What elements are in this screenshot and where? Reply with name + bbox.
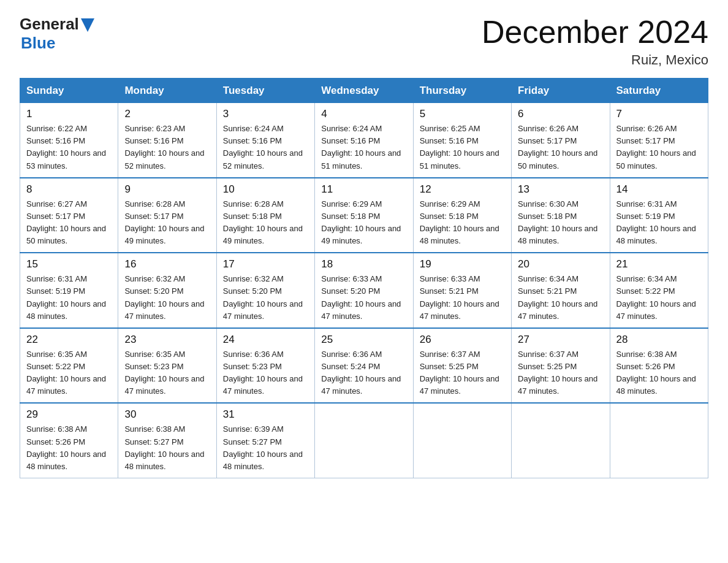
day-info: Sunrise: 6:36 AMSunset: 5:24 PMDaylight:…: [321, 348, 406, 398]
table-row: 23Sunrise: 6:35 AMSunset: 5:23 PMDayligh…: [118, 328, 216, 404]
day-number: 16: [124, 258, 210, 270]
day-info: Sunrise: 6:31 AMSunset: 5:19 PMDaylight:…: [26, 273, 112, 323]
day-info: Sunrise: 6:34 AMSunset: 5:22 PMDaylight:…: [616, 273, 702, 323]
month-title: December 2024: [482, 15, 708, 50]
svg-marker-0: [81, 18, 94, 32]
day-number: 12: [420, 183, 505, 196]
location: Ruiz, Mexico: [482, 52, 708, 68]
day-info: Sunrise: 6:23 AMSunset: 5:16 PMDaylight:…: [124, 123, 210, 172]
day-number: 9: [124, 183, 210, 196]
day-number: 25: [321, 334, 406, 346]
calendar-week-row: 29Sunrise: 6:38 AMSunset: 5:26 PMDayligh…: [20, 403, 708, 478]
day-number: 20: [518, 258, 603, 270]
table-row: 9Sunrise: 6:28 AMSunset: 5:17 PMDaylight…: [118, 178, 216, 253]
col-tuesday: Tuesday: [216, 79, 314, 103]
day-number: 19: [420, 258, 505, 270]
day-info: Sunrise: 6:32 AMSunset: 5:20 PMDaylight:…: [124, 273, 210, 323]
calendar-week-row: 22Sunrise: 6:35 AMSunset: 5:22 PMDayligh…: [20, 328, 708, 404]
table-row: 24Sunrise: 6:36 AMSunset: 5:23 PMDayligh…: [216, 328, 314, 404]
table-row: 28Sunrise: 6:38 AMSunset: 5:26 PMDayligh…: [610, 328, 708, 404]
day-info: Sunrise: 6:33 AMSunset: 5:21 PMDaylight:…: [420, 273, 505, 323]
day-info: Sunrise: 6:28 AMSunset: 5:17 PMDaylight:…: [124, 198, 210, 248]
table-row: 26Sunrise: 6:37 AMSunset: 5:25 PMDayligh…: [413, 328, 511, 404]
day-number: 31: [223, 408, 308, 421]
day-number: 30: [124, 408, 210, 421]
table-row: 25Sunrise: 6:36 AMSunset: 5:24 PMDayligh…: [315, 328, 413, 404]
day-info: Sunrise: 6:28 AMSunset: 5:18 PMDaylight:…: [223, 198, 308, 248]
day-info: Sunrise: 6:29 AMSunset: 5:18 PMDaylight:…: [321, 198, 406, 248]
table-row: [610, 403, 708, 478]
table-row: 15Sunrise: 6:31 AMSunset: 5:19 PMDayligh…: [20, 253, 118, 328]
calendar-week-row: 15Sunrise: 6:31 AMSunset: 5:19 PMDayligh…: [20, 253, 708, 328]
day-number: 4: [321, 108, 406, 120]
day-number: 22: [26, 334, 112, 346]
day-info: Sunrise: 6:39 AMSunset: 5:27 PMDaylight:…: [223, 423, 308, 473]
day-info: Sunrise: 6:37 AMSunset: 5:25 PMDaylight:…: [420, 348, 505, 398]
table-row: 22Sunrise: 6:35 AMSunset: 5:22 PMDayligh…: [20, 328, 118, 404]
col-friday: Friday: [512, 79, 610, 103]
table-row: 1Sunrise: 6:22 AMSunset: 5:16 PMDaylight…: [20, 102, 118, 178]
day-number: 8: [26, 183, 112, 196]
day-info: Sunrise: 6:26 AMSunset: 5:17 PMDaylight:…: [616, 123, 702, 172]
day-number: 1: [26, 108, 112, 120]
table-row: 31Sunrise: 6:39 AMSunset: 5:27 PMDayligh…: [216, 403, 314, 478]
day-info: Sunrise: 6:24 AMSunset: 5:16 PMDaylight:…: [223, 123, 308, 172]
table-row: [413, 403, 511, 478]
calendar-table: Sunday Monday Tuesday Wednesday Thursday…: [20, 78, 708, 478]
table-row: 29Sunrise: 6:38 AMSunset: 5:26 PMDayligh…: [20, 403, 118, 478]
table-row: 13Sunrise: 6:30 AMSunset: 5:18 PMDayligh…: [512, 178, 610, 253]
table-row: 17Sunrise: 6:32 AMSunset: 5:20 PMDayligh…: [216, 253, 314, 328]
table-row: 8Sunrise: 6:27 AMSunset: 5:17 PMDaylight…: [20, 178, 118, 253]
day-number: 11: [321, 183, 406, 196]
table-row: 14Sunrise: 6:31 AMSunset: 5:19 PMDayligh…: [610, 178, 708, 253]
day-number: 29: [26, 408, 112, 421]
table-row: 4Sunrise: 6:24 AMSunset: 5:16 PMDaylight…: [315, 102, 413, 178]
day-number: 24: [223, 334, 308, 346]
table-row: 20Sunrise: 6:34 AMSunset: 5:21 PMDayligh…: [512, 253, 610, 328]
day-number: 18: [321, 258, 406, 270]
day-number: 6: [518, 108, 603, 120]
table-row: 27Sunrise: 6:37 AMSunset: 5:25 PMDayligh…: [512, 328, 610, 404]
table-row: 3Sunrise: 6:24 AMSunset: 5:16 PMDaylight…: [216, 102, 314, 178]
col-monday: Monday: [118, 79, 216, 103]
day-info: Sunrise: 6:27 AMSunset: 5:17 PMDaylight:…: [26, 198, 112, 248]
day-number: 15: [26, 258, 112, 270]
col-saturday: Saturday: [610, 79, 708, 103]
day-number: 13: [518, 183, 603, 196]
col-wednesday: Wednesday: [315, 79, 413, 103]
day-info: Sunrise: 6:22 AMSunset: 5:16 PMDaylight:…: [26, 123, 112, 172]
page-header: General Blue December 2024 Ruiz, Mexico: [20, 15, 708, 68]
logo-triangle-icon: [81, 18, 94, 32]
logo-blue-text: Blue: [21, 34, 55, 52]
day-number: 2: [124, 108, 210, 120]
day-info: Sunrise: 6:37 AMSunset: 5:25 PMDaylight:…: [518, 348, 603, 398]
day-info: Sunrise: 6:25 AMSunset: 5:16 PMDaylight:…: [420, 123, 505, 172]
day-number: 23: [124, 334, 210, 346]
day-number: 7: [616, 108, 702, 120]
day-info: Sunrise: 6:29 AMSunset: 5:18 PMDaylight:…: [420, 198, 505, 248]
calendar-week-row: 1Sunrise: 6:22 AMSunset: 5:16 PMDaylight…: [20, 102, 708, 178]
table-row: 6Sunrise: 6:26 AMSunset: 5:17 PMDaylight…: [512, 102, 610, 178]
calendar-week-row: 8Sunrise: 6:27 AMSunset: 5:17 PMDaylight…: [20, 178, 708, 253]
table-row: [512, 403, 610, 478]
table-row: 11Sunrise: 6:29 AMSunset: 5:18 PMDayligh…: [315, 178, 413, 253]
day-info: Sunrise: 6:30 AMSunset: 5:18 PMDaylight:…: [518, 198, 603, 248]
day-number: 10: [223, 183, 308, 196]
table-row: 5Sunrise: 6:25 AMSunset: 5:16 PMDaylight…: [413, 102, 511, 178]
day-info: Sunrise: 6:33 AMSunset: 5:20 PMDaylight:…: [321, 273, 406, 323]
logo: General Blue: [20, 15, 94, 53]
table-row: 7Sunrise: 6:26 AMSunset: 5:17 PMDaylight…: [610, 102, 708, 178]
day-number: 21: [616, 258, 702, 270]
day-number: 5: [420, 108, 505, 120]
day-info: Sunrise: 6:26 AMSunset: 5:17 PMDaylight:…: [518, 123, 603, 172]
calendar-header-row: Sunday Monday Tuesday Wednesday Thursday…: [20, 79, 708, 103]
table-row: 18Sunrise: 6:33 AMSunset: 5:20 PMDayligh…: [315, 253, 413, 328]
day-number: 26: [420, 334, 505, 346]
table-row: [315, 403, 413, 478]
day-info: Sunrise: 6:36 AMSunset: 5:23 PMDaylight:…: [223, 348, 308, 398]
day-info: Sunrise: 6:24 AMSunset: 5:16 PMDaylight:…: [321, 123, 406, 172]
day-number: 27: [518, 334, 603, 346]
day-info: Sunrise: 6:35 AMSunset: 5:23 PMDaylight:…: [124, 348, 210, 398]
day-info: Sunrise: 6:31 AMSunset: 5:19 PMDaylight:…: [616, 198, 702, 248]
col-thursday: Thursday: [413, 79, 511, 103]
